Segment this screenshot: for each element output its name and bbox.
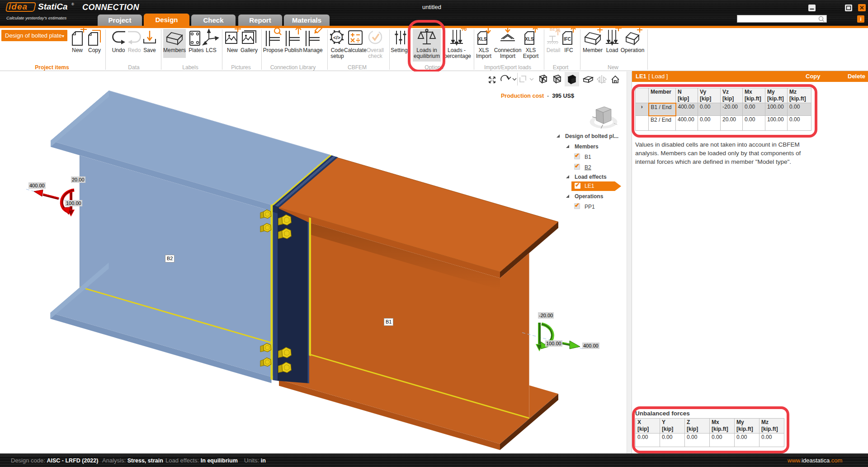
svg-text:XLS: XLS (478, 37, 487, 42)
svg-text:XLS: XLS (525, 37, 534, 42)
svg-text:</>: </> (333, 35, 340, 40)
svg-text:%: % (461, 28, 467, 32)
svg-text:IFC: IFC (564, 37, 571, 42)
